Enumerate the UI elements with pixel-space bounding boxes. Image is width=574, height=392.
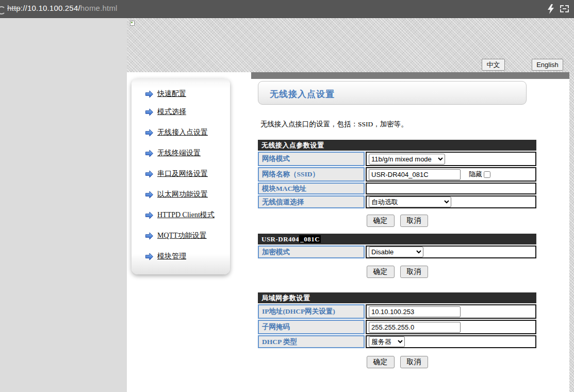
sidebar-item-label: 快速配置 xyxy=(157,89,186,99)
cancel-button[interactable]: 取消 xyxy=(400,356,428,368)
sidebar-item-httpd-client[interactable]: HTTPD Client模式 xyxy=(145,210,215,220)
channel-select[interactable]: 自动选取 xyxy=(369,197,451,207)
channel-label: 无线信道选择 xyxy=(258,195,365,208)
arrow-right-icon xyxy=(145,90,154,98)
sidebar-item-label: 无线终端设置 xyxy=(157,149,201,158)
hide-ssid-label: 隐藏 xyxy=(469,170,482,179)
table-row-encryption: 加密模式 Disable xyxy=(258,246,536,258)
table-row-ssid: 网络名称（SSID） 隐藏 xyxy=(258,167,536,182)
ok-button[interactable]: 确定 xyxy=(367,215,395,227)
security-table: USR-DR404_081C 加密模式 Disable xyxy=(258,234,536,258)
ip-address-cell xyxy=(366,304,536,319)
chinese-language-button[interactable]: 中文 xyxy=(482,59,505,71)
sidebar-item-label: 无线接入点设置 xyxy=(157,128,208,137)
dhcp-type-select[interactable]: 服务器 xyxy=(369,336,405,347)
ap-params-header: 无线接入点参数设置 xyxy=(258,140,536,151)
right-background-strip xyxy=(569,72,574,392)
sidebar-item-wireless-ap[interactable]: 无线接入点设置 xyxy=(145,127,208,138)
netmask-cell xyxy=(366,320,536,334)
netmask-input[interactable] xyxy=(369,322,461,333)
table-row-dhcp-type: DHCP 类型 服务器 xyxy=(258,335,536,348)
mac-address-value xyxy=(366,183,536,194)
sidebar-item-serial-network[interactable]: 串口及网络设置 xyxy=(145,169,208,179)
sidebar-item-label: HTTPD Client模式 xyxy=(157,210,215,220)
ssid-label: 网络名称（SSID） xyxy=(258,167,365,182)
hide-ssid-checkbox[interactable] xyxy=(484,171,490,178)
table-row-netmask: 子网掩码 xyxy=(258,320,536,334)
arrow-right-icon xyxy=(145,170,154,178)
sidebar-item-wireless-sta[interactable]: 无线终端设置 xyxy=(145,148,201,158)
ap-params-table: 无线接入点参数设置 网络模式 11b/g/n mixed mode 网络名称（S… xyxy=(258,140,536,208)
lan-params-table: 局域网参数设置 IP地址(DHCP网关设置) 子网掩码 DHCP 类型 服务器 xyxy=(258,292,536,348)
sidebar-item-ethernet[interactable]: 以太网功能设置 xyxy=(145,189,208,200)
ap-buttons-row: 确定 取消 xyxy=(258,215,536,227)
arrow-right-icon xyxy=(145,150,154,157)
page-title-box: 无线接入点设置 xyxy=(258,81,527,105)
mac-address-label: 模块MAC地址 xyxy=(258,183,365,194)
network-mode-label: 网络模式 xyxy=(258,152,365,166)
ip-address-label: IP地址(DHCP网关设置) xyxy=(258,304,365,319)
top-banner xyxy=(127,18,574,72)
table-row-network-mode: 网络模式 11b/g/n mixed mode xyxy=(258,152,536,166)
left-gray-panel xyxy=(0,18,127,392)
sidebar-item-label: 串口及网络设置 xyxy=(157,169,208,178)
lan-params-header: 局域网参数设置 xyxy=(258,292,536,303)
channel-cell: 自动选取 xyxy=(366,195,536,208)
arrow-right-icon xyxy=(145,108,154,116)
url-scheme: http xyxy=(7,4,21,12)
encryption-mode-cell: Disable xyxy=(366,246,536,258)
arrow-right-icon xyxy=(145,253,154,260)
dhcp-type-label: DHCP 类型 xyxy=(258,335,365,348)
netmask-label: 子网掩码 xyxy=(258,320,365,334)
sidebar-item-mqtt[interactable]: MQTT功能设置 xyxy=(145,231,207,241)
ssid-input[interactable] xyxy=(369,169,461,180)
security-buttons-row: 确定 取消 xyxy=(258,266,536,278)
cancel-button[interactable]: 取消 xyxy=(400,266,428,278)
address-url[interactable]: http://10.10.100.254/home.html xyxy=(7,4,118,12)
sidebar-item-label: 以太网功能设置 xyxy=(157,190,208,199)
ok-button[interactable]: 确定 xyxy=(367,266,395,278)
arrow-right-icon xyxy=(145,232,154,240)
network-mode-cell: 11b/g/n mixed mode xyxy=(366,152,536,166)
network-mode-select[interactable]: 11b/g/n mixed mode xyxy=(369,154,445,165)
encryption-mode-label: 加密模式 xyxy=(258,246,365,258)
sidebar-item-label: 模块管理 xyxy=(157,252,186,261)
sidebar-item-module-mgmt[interactable]: 模块管理 xyxy=(145,251,186,262)
url-page: home.html xyxy=(80,4,118,12)
sidebar-item-label: 模式选择 xyxy=(157,107,186,117)
table-row-channel: 无线信道选择 自动选取 xyxy=(258,195,536,208)
partial-badge-icon xyxy=(0,6,6,14)
sidebar-item-mode-select[interactable]: 模式选择 xyxy=(145,107,186,117)
ok-button[interactable]: 确定 xyxy=(367,356,395,368)
table-row-ip: IP地址(DHCP网关设置) xyxy=(258,304,536,319)
table-row-mac: 模块MAC地址 xyxy=(258,183,536,194)
ip-address-input[interactable] xyxy=(369,306,461,317)
fullscreen-icon[interactable] xyxy=(560,5,569,12)
arrow-right-icon xyxy=(145,191,154,199)
page-description: 无线接入点接口的设置，包括：SSID，加密等。 xyxy=(260,120,408,129)
url-host: ://10.10.100.254/ xyxy=(21,4,80,12)
header-divider-bar xyxy=(251,72,569,79)
security-header: USR-DR404_081C xyxy=(258,234,536,244)
sidebar-menu: 快速配置 模式选择 无线接入点设置 无线终端设置 串口及网络设置 以太网功能设置… xyxy=(132,78,230,274)
sidebar-item-quick-config[interactable]: 快速配置 xyxy=(145,89,186,99)
dhcp-type-cell: 服务器 xyxy=(366,335,536,348)
page-title: 无线接入点设置 xyxy=(270,88,526,100)
browser-top-bar: http://10.10.100.254/home.html xyxy=(0,0,574,18)
lan-buttons-row: 确定 取消 xyxy=(258,356,536,368)
broken-image-icon xyxy=(130,21,135,26)
security-header-suffix: _081C xyxy=(299,235,321,243)
encryption-mode-select[interactable]: Disable xyxy=(369,247,423,257)
security-header-ssid: USR-DR404 xyxy=(261,235,299,243)
sidebar-item-label: MQTT功能设置 xyxy=(157,231,207,240)
ssid-cell: 隐藏 xyxy=(366,167,536,182)
arrow-right-icon xyxy=(145,211,154,219)
lightning-icon[interactable] xyxy=(547,4,554,14)
arrow-right-icon xyxy=(145,129,154,137)
cancel-button[interactable]: 取消 xyxy=(400,215,428,227)
english-language-button[interactable]: English xyxy=(532,59,563,71)
